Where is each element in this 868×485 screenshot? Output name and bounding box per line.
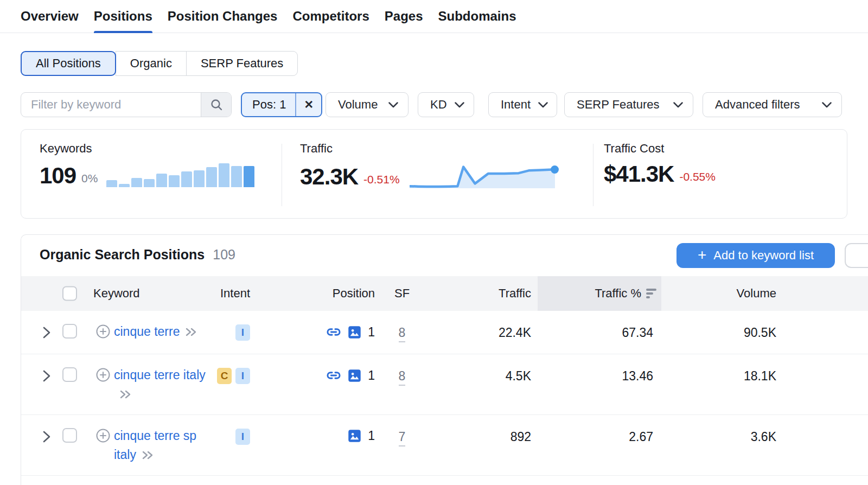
sf-cell: 7 <box>394 430 410 444</box>
sf-value[interactable]: 8 <box>399 369 406 386</box>
intent-badge-i[interactable]: I <box>235 368 250 384</box>
intent-badge-i[interactable]: I <box>235 429 250 445</box>
traffic-cost-change: -0.55% <box>679 170 716 183</box>
column-header-volume[interactable]: Volume <box>737 286 776 301</box>
intent-badges: CI <box>217 368 250 384</box>
keyword-link[interactable]: cinque terre sp italy <box>114 429 196 462</box>
row-checkbox[interactable] <box>62 324 77 339</box>
filter-dropdown-advanced-filters[interactable]: Advanced filters <box>703 92 842 117</box>
intent-badges: I <box>235 429 250 445</box>
filter-dropdown-serp-features[interactable]: SERP Features <box>564 92 693 117</box>
filter-dropdown-kd[interactable]: KD <box>418 92 474 117</box>
add-keyword-button[interactable] <box>95 367 111 382</box>
bar <box>169 175 180 187</box>
position-cell: 1 <box>347 429 375 443</box>
open-keyword-icon[interactable] <box>119 386 132 405</box>
nav-tab-subdomains[interactable]: Subdomains <box>438 0 516 33</box>
traffic-value: 4.5K <box>506 369 531 384</box>
keywords-trend-bar-chart <box>106 162 254 187</box>
nav-tab-pages[interactable]: Pages <box>385 0 423 33</box>
keywords-change: 0% <box>81 172 98 185</box>
keyword-filter <box>21 92 232 117</box>
filter-dropdown-intent[interactable]: Intent <box>488 92 557 117</box>
position-value: 1 <box>368 325 375 340</box>
keywords-label: Keywords <box>40 142 92 156</box>
table-row: cinque terre italy CI 1 8 4.5K 13 <box>21 354 868 415</box>
segment-organic[interactable]: Organic <box>116 51 187 76</box>
nav-tab-overview[interactable]: Overview <box>21 0 79 33</box>
summary-divider <box>593 144 593 206</box>
remove-filter-button[interactable]: ✕ <box>296 93 321 116</box>
volume-value: 90.5K <box>744 326 776 340</box>
more-actions-button-partial[interactable] <box>845 243 868 268</box>
keywords-value: 109 <box>40 164 76 188</box>
sf-cell: 8 <box>394 369 410 384</box>
add-keyword-button[interactable] <box>95 428 111 443</box>
segment-all-positions[interactable]: All Positions <box>21 51 116 76</box>
volume-value: 18.1K <box>744 369 776 384</box>
column-header-intent[interactable]: Intent <box>220 286 250 301</box>
chevron-down-icon <box>538 102 548 108</box>
expand-row-button[interactable] <box>43 369 50 382</box>
add-to-keyword-list-button[interactable]: + Add to keyword list <box>676 243 835 268</box>
intent-badge-i[interactable]: I <box>235 324 250 341</box>
traffic-percent-value: 2.67 <box>629 430 653 444</box>
keyword-cell: cinque terre sp italy <box>114 426 220 465</box>
search-button[interactable] <box>201 93 231 117</box>
open-keyword-icon[interactable] <box>184 323 197 342</box>
sf-value[interactable]: 8 <box>399 326 406 342</box>
nav-tab-positions[interactable]: Positions <box>94 0 152 33</box>
dropdown-label: Intent <box>501 98 531 112</box>
link-icon[interactable] <box>326 368 341 383</box>
table-row-count: 109 <box>213 247 235 263</box>
traffic-trend-line-chart <box>410 162 555 188</box>
nav-tab-position-changes[interactable]: Position Changes <box>168 0 278 33</box>
position-cell: 1 <box>326 324 375 340</box>
bar <box>131 178 142 187</box>
traffic-cost-value: $41.3K <box>604 162 674 186</box>
sort-descending-icon <box>646 289 656 298</box>
filter-dropdown-volume[interactable]: Volume <box>326 92 409 117</box>
image-pack-icon[interactable] <box>347 368 362 383</box>
position-value: 1 <box>368 368 375 383</box>
position-value: 1 <box>368 429 375 443</box>
link-icon[interactable] <box>326 324 341 340</box>
sf-cell: 8 <box>394 326 410 340</box>
keyword-link[interactable]: cinque terre italy <box>114 368 206 382</box>
dropdown-label: SERP Features <box>577 98 659 112</box>
intent-badge-c[interactable]: C <box>217 368 232 384</box>
keyword-link[interactable]: cinque terre <box>114 324 180 339</box>
bar <box>119 184 130 187</box>
row-checkbox[interactable] <box>62 428 77 443</box>
sf-value[interactable]: 7 <box>399 430 406 446</box>
table-title-text: Organic Search Positions <box>40 247 205 263</box>
table-row: cinque terre sp italy I 1 7 892 2.67 3.6… <box>21 415 868 476</box>
column-header-sf[interactable]: SF <box>394 286 410 301</box>
close-icon: ✕ <box>304 98 314 111</box>
row-checkbox[interactable] <box>62 367 77 382</box>
image-pack-icon[interactable] <box>347 325 362 340</box>
keyword-filter-input[interactable] <box>21 93 201 117</box>
expand-row-button[interactable] <box>43 430 50 443</box>
chevron-down-icon <box>822 102 832 108</box>
chevron-down-icon <box>388 102 398 108</box>
column-header-keyword[interactable]: Keyword <box>93 286 140 301</box>
position-filter-chip-label: Pos: 1 <box>242 93 295 116</box>
segment-serp-features[interactable]: SERP Features <box>186 51 298 76</box>
traffic-change: -0.51% <box>363 173 400 186</box>
plus-icon: + <box>698 250 706 260</box>
bar <box>206 167 217 187</box>
add-keyword-button[interactable] <box>95 324 111 339</box>
nav-tab-competitors[interactable]: Competitors <box>292 0 369 33</box>
add-to-keyword-list-label: Add to keyword list <box>713 248 814 263</box>
image-pack-icon[interactable] <box>347 429 362 443</box>
bar <box>106 180 117 187</box>
traffic-value: 32.3K <box>300 165 358 189</box>
column-header-traffic-percent[interactable]: Traffic % <box>595 286 656 301</box>
open-keyword-icon[interactable] <box>141 446 154 465</box>
table-title: Organic Search Positions 109 <box>40 247 235 263</box>
column-header-position[interactable]: Position <box>333 286 375 301</box>
select-all-checkbox[interactable] <box>62 286 77 301</box>
column-header-traffic[interactable]: Traffic <box>499 286 531 301</box>
expand-row-button[interactable] <box>43 326 50 339</box>
